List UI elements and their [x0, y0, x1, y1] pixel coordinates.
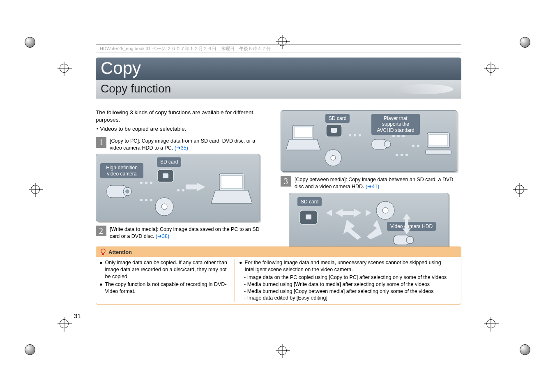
arrow-dots-icon [348, 127, 430, 164]
svg-point-41 [412, 145, 415, 147]
svg-point-40 [405, 154, 408, 156]
step-text: [Write data to media]: Copy image data s… [110, 226, 268, 240]
step-2: 2 [Write data to media]: Copy image data… [96, 226, 268, 240]
svg-point-34 [359, 134, 361, 136]
svg-point-14 [182, 189, 184, 191]
reg-crosshair [60, 64, 69, 73]
sd-card-icon [295, 208, 324, 231]
attention-text: Only image data can be copied. If any da… [105, 259, 231, 280]
left-column: The following 3 kinds of copy functions … [96, 109, 268, 242]
step-number: 3 [281, 176, 291, 187]
svg-rect-23 [294, 127, 312, 138]
attention-title: Attention [108, 249, 132, 255]
attention-box: Attention ●Only image data can be copied… [96, 247, 461, 304]
svg-point-39 [401, 154, 403, 156]
sub-title: Copy function [96, 80, 461, 99]
arrow-dots-icon [137, 175, 191, 208]
attention-dash: - Image data edited by [Easy editing] [244, 295, 458, 302]
attention-text: Image data edited by [Easy editing] [247, 295, 327, 301]
svg-point-37 [402, 135, 405, 137]
attention-header: Attention [96, 247, 461, 257]
step-desc: [Write data to media]: Copy image data s… [110, 226, 260, 239]
svg-marker-54 [403, 214, 411, 234]
step-1: 1 [Copy to PC]: Copy image data from an … [96, 137, 268, 152]
svg-point-10 [140, 199, 143, 201]
svg-marker-19 [211, 190, 252, 203]
reg-crosshair [486, 319, 495, 328]
right-column: SD card Player that supports the AVCHD s… [281, 108, 461, 250]
svg-point-7 [140, 182, 143, 184]
reg-sphere [520, 344, 530, 355]
page-link[interactable]: (➔41) [366, 184, 379, 189]
step-3: 3 [Copy between media]: Copy image data … [281, 176, 461, 190]
svg-marker-53 [364, 219, 382, 240]
diagram-1: High-definition video camera SD card [96, 154, 260, 221]
attention-text: Image data on the PC copied using [Copy … [247, 274, 447, 280]
svg-point-12 [150, 199, 152, 201]
step-number: 2 [96, 226, 106, 236]
title-block: Copy Copy function [96, 58, 461, 99]
svg-point-35 [392, 135, 395, 137]
reg-sphere [520, 37, 530, 48]
double-arrow-icon [326, 208, 371, 218]
svg-point-36 [397, 135, 400, 137]
svg-point-4 [125, 189, 129, 194]
svg-point-8 [145, 182, 147, 184]
camera-icon [104, 178, 136, 207]
laptop-icon [211, 170, 256, 215]
attention-dash: - Image data on the PC copied using [Cop… [244, 274, 458, 281]
arrow-right-icon [186, 183, 206, 191]
reg-crosshair [31, 185, 40, 194]
main-title: Copy [96, 58, 461, 80]
svg-point-13 [177, 189, 180, 191]
reg-crosshair [60, 319, 69, 328]
svg-rect-44 [306, 214, 311, 219]
svg-point-46 [382, 208, 388, 213]
svg-point-38 [396, 154, 398, 156]
reg-sphere [25, 344, 35, 355]
svg-point-11 [145, 199, 147, 201]
reg-crosshair [515, 185, 524, 194]
page-link[interactable]: (➔38) [156, 233, 169, 239]
attention-text: Media burned using [Copy between media] … [247, 288, 434, 294]
attention-text: The copy function is not capable of reco… [105, 281, 231, 295]
svg-marker-16 [197, 183, 205, 191]
attention-dash: - Media burned using [Copy between media… [244, 288, 458, 295]
attention-body: ●Only image data can be copied. If any d… [96, 257, 461, 304]
bulb-icon [100, 249, 106, 255]
svg-rect-56 [102, 253, 104, 255]
page-number: 31 [74, 312, 81, 319]
sd-card-icon [322, 122, 347, 143]
svg-point-33 [354, 134, 356, 136]
attention-text: For the following image data and media, … [245, 259, 458, 273]
bullet-icon: ● [239, 259, 242, 273]
page-link[interactable]: (➔35) [175, 145, 188, 151]
laptop-icon [284, 123, 325, 164]
vert-arrow-icon [403, 214, 411, 234]
svg-marker-52 [343, 219, 364, 240]
svg-point-9 [150, 182, 152, 184]
attention-col-right: ●For the following image data and media,… [235, 259, 458, 302]
step-text: [Copy to PC]: Copy image data from an SD… [110, 137, 268, 152]
attention-text: Media burned using [Write data to media]… [247, 281, 430, 287]
attention-col-left: ●Only image data can be copied. If any d… [99, 259, 235, 302]
svg-marker-51 [366, 210, 371, 216]
diag-arrows-icon [342, 218, 383, 242]
bullet-icon: ● [99, 259, 103, 280]
intro-bullet: • Videos to be copied are selectable. [97, 125, 265, 133]
svg-marker-50 [326, 210, 332, 216]
svg-point-32 [349, 134, 351, 136]
svg-marker-49 [335, 209, 362, 217]
diagram-3: SD card Video camera HDD [289, 193, 449, 250]
svg-rect-21 [331, 128, 337, 133]
step-number: 1 [96, 137, 106, 148]
dia3-sd-label: SD card [297, 197, 322, 206]
svg-point-26 [331, 155, 336, 160]
svg-point-48 [406, 236, 414, 244]
step-text: [Copy between media]: Copy image data be… [295, 176, 461, 190]
svg-point-42 [417, 145, 419, 147]
diagram-2: SD card Player that supports the AVCHD s… [281, 110, 457, 172]
reg-crosshair [486, 64, 495, 73]
reg-crosshair [278, 346, 287, 355]
intro-text: The following 3 kinds of copy functions … [96, 109, 264, 124]
